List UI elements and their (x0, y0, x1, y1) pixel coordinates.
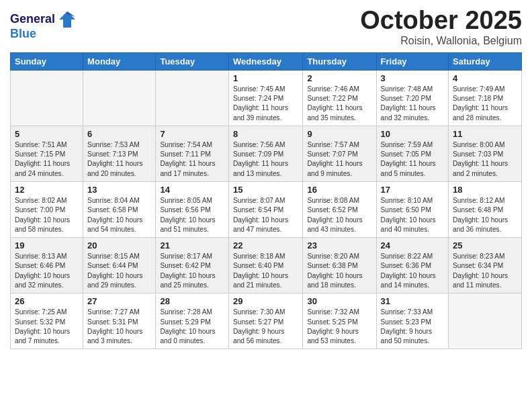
calendar-cell: 15Sunrise: 8:07 AM Sunset: 6:54 PM Dayli… (228, 182, 302, 238)
day-info: Sunrise: 8:04 AM Sunset: 6:58 PM Dayligh… (87, 196, 151, 234)
day-info: Sunrise: 7:25 AM Sunset: 5:32 PM Dayligh… (15, 308, 79, 346)
day-number: 25 (453, 240, 517, 250)
day-number: 4 (453, 73, 517, 83)
day-info: Sunrise: 8:02 AM Sunset: 7:00 PM Dayligh… (15, 196, 79, 234)
location-title: Roisin, Wallonia, Belgium (360, 35, 522, 47)
calendar-cell (83, 70, 156, 126)
calendar-cell: 28Sunrise: 7:28 AM Sunset: 5:29 PM Dayli… (156, 293, 229, 349)
calendar-cell: 6Sunrise: 7:53 AM Sunset: 7:13 PM Daylig… (83, 126, 156, 181)
day-info: Sunrise: 7:32 AM Sunset: 5:25 PM Dayligh… (307, 308, 371, 346)
weekday-header-sunday: Sunday (11, 52, 83, 70)
calendar-cell: 21Sunrise: 8:17 AM Sunset: 6:42 PM Dayli… (156, 238, 229, 293)
calendar-cell: 7Sunrise: 7:54 AM Sunset: 7:11 PM Daylig… (156, 126, 229, 181)
calendar-week-2: 12Sunrise: 8:02 AM Sunset: 7:00 PM Dayli… (11, 182, 522, 238)
day-number: 22 (233, 240, 298, 250)
calendar-cell: 14Sunrise: 8:05 AM Sunset: 6:56 PM Dayli… (156, 182, 229, 238)
calendar-cell: 26Sunrise: 7:25 AM Sunset: 5:32 PM Dayli… (11, 293, 83, 349)
day-number: 3 (381, 73, 444, 83)
day-number: 16 (307, 185, 371, 195)
calendar-cell: 20Sunrise: 8:15 AM Sunset: 6:44 PM Dayli… (83, 238, 156, 293)
day-number: 2 (307, 73, 371, 83)
day-number: 31 (381, 296, 444, 306)
title-section: October 2025 Roisin, Wallonia, Belgium (360, 7, 522, 47)
day-info: Sunrise: 8:20 AM Sunset: 6:38 PM Dayligh… (307, 252, 371, 290)
day-number: 8 (233, 129, 298, 139)
calendar-cell: 22Sunrise: 8:18 AM Sunset: 6:40 PM Dayli… (228, 238, 302, 293)
day-info: Sunrise: 7:59 AM Sunset: 7:05 PM Dayligh… (381, 140, 444, 179)
day-number: 30 (307, 296, 371, 306)
day-number: 20 (87, 240, 151, 250)
calendar-cell (156, 70, 229, 126)
day-number: 9 (307, 129, 371, 139)
weekday-header-thursday: Thursday (303, 52, 376, 70)
weekday-header-friday: Friday (376, 52, 448, 70)
calendar-cell: 1Sunrise: 7:45 AM Sunset: 7:24 PM Daylig… (228, 70, 302, 126)
calendar-cell: 30Sunrise: 7:32 AM Sunset: 5:25 PM Dayli… (303, 293, 376, 349)
day-number: 14 (160, 185, 224, 195)
calendar-cell: 23Sunrise: 8:20 AM Sunset: 6:38 PM Dayli… (303, 238, 376, 293)
day-number: 11 (453, 129, 517, 139)
day-number: 29 (233, 296, 298, 306)
calendar-cell: 16Sunrise: 8:08 AM Sunset: 6:52 PM Dayli… (303, 182, 376, 238)
weekday-header-monday: Monday (83, 52, 156, 70)
day-number: 19 (15, 240, 79, 250)
logo-icon (58, 10, 77, 29)
day-info: Sunrise: 7:33 AM Sunset: 5:23 PM Dayligh… (381, 308, 444, 346)
calendar-cell: 11Sunrise: 8:00 AM Sunset: 7:03 PM Dayli… (449, 126, 522, 181)
calendar-week-3: 19Sunrise: 8:13 AM Sunset: 6:46 PM Dayli… (11, 238, 522, 293)
day-number: 7 (160, 129, 224, 139)
day-info: Sunrise: 8:13 AM Sunset: 6:46 PM Dayligh… (15, 252, 79, 290)
day-info: Sunrise: 7:49 AM Sunset: 7:18 PM Dayligh… (453, 85, 517, 123)
month-title: October 2025 (360, 7, 522, 35)
calendar-cell: 24Sunrise: 8:22 AM Sunset: 6:36 PM Dayli… (376, 238, 448, 293)
day-info: Sunrise: 8:12 AM Sunset: 6:48 PM Dayligh… (453, 196, 517, 234)
day-info: Sunrise: 8:17 AM Sunset: 6:42 PM Dayligh… (160, 252, 224, 290)
day-info: Sunrise: 7:54 AM Sunset: 7:11 PM Dayligh… (160, 140, 224, 179)
calendar-cell: 9Sunrise: 7:57 AM Sunset: 7:07 PM Daylig… (303, 126, 376, 181)
calendar-week-4: 26Sunrise: 7:25 AM Sunset: 5:32 PM Dayli… (11, 293, 522, 349)
calendar-cell (11, 70, 83, 126)
header: General Blue October 2025 Roisin, Wallon… (10, 7, 522, 47)
calendar-cell: 12Sunrise: 8:02 AM Sunset: 7:00 PM Dayli… (11, 182, 83, 238)
calendar-cell: 27Sunrise: 7:27 AM Sunset: 5:31 PM Dayli… (83, 293, 156, 349)
calendar-cell: 13Sunrise: 8:04 AM Sunset: 6:58 PM Dayli… (83, 182, 156, 238)
day-number: 21 (160, 240, 224, 250)
calendar-cell: 31Sunrise: 7:33 AM Sunset: 5:23 PM Dayli… (376, 293, 448, 349)
day-info: Sunrise: 8:18 AM Sunset: 6:40 PM Dayligh… (233, 252, 298, 290)
logo-blue: Blue (10, 28, 77, 41)
day-info: Sunrise: 8:08 AM Sunset: 6:52 PM Dayligh… (307, 196, 371, 234)
day-info: Sunrise: 8:23 AM Sunset: 6:34 PM Dayligh… (453, 252, 517, 290)
day-info: Sunrise: 7:56 AM Sunset: 7:09 PM Dayligh… (233, 140, 298, 179)
day-number: 15 (233, 185, 298, 195)
weekday-header-tuesday: Tuesday (156, 52, 229, 70)
day-number: 1 (233, 73, 298, 83)
day-info: Sunrise: 7:45 AM Sunset: 7:24 PM Dayligh… (233, 85, 298, 123)
weekday-header-saturday: Saturday (449, 52, 522, 70)
calendar-cell: 10Sunrise: 7:59 AM Sunset: 7:05 PM Dayli… (376, 126, 448, 181)
calendar-cell: 3Sunrise: 7:48 AM Sunset: 7:20 PM Daylig… (376, 70, 448, 126)
weekday-header-wednesday: Wednesday (228, 52, 302, 70)
calendar-week-1: 5Sunrise: 7:51 AM Sunset: 7:15 PM Daylig… (11, 126, 522, 181)
day-number: 12 (15, 185, 79, 195)
day-number: 17 (381, 185, 444, 195)
day-info: Sunrise: 7:57 AM Sunset: 7:07 PM Dayligh… (307, 140, 371, 179)
calendar-cell (449, 293, 522, 349)
day-info: Sunrise: 7:28 AM Sunset: 5:29 PM Dayligh… (160, 308, 224, 346)
day-info: Sunrise: 8:05 AM Sunset: 6:56 PM Dayligh… (160, 196, 224, 234)
calendar-cell: 25Sunrise: 8:23 AM Sunset: 6:34 PM Dayli… (449, 238, 522, 293)
day-number: 5 (15, 129, 79, 139)
day-info: Sunrise: 8:10 AM Sunset: 6:50 PM Dayligh… (381, 196, 444, 234)
calendar-cell: 4Sunrise: 7:49 AM Sunset: 7:18 PM Daylig… (449, 70, 522, 126)
logo-general: General (10, 13, 55, 26)
day-info: Sunrise: 8:07 AM Sunset: 6:54 PM Dayligh… (233, 196, 298, 234)
day-number: 6 (87, 129, 151, 139)
day-info: Sunrise: 8:15 AM Sunset: 6:44 PM Dayligh… (87, 252, 151, 290)
day-number: 10 (381, 129, 444, 139)
day-info: Sunrise: 7:51 AM Sunset: 7:15 PM Dayligh… (15, 140, 79, 179)
day-number: 18 (453, 185, 517, 195)
day-number: 13 (87, 185, 151, 195)
day-info: Sunrise: 7:48 AM Sunset: 7:20 PM Dayligh… (381, 85, 444, 123)
calendar-cell: 2Sunrise: 7:46 AM Sunset: 7:22 PM Daylig… (303, 70, 376, 126)
calendar-cell: 18Sunrise: 8:12 AM Sunset: 6:48 PM Dayli… (449, 182, 522, 238)
day-number: 26 (15, 296, 79, 306)
